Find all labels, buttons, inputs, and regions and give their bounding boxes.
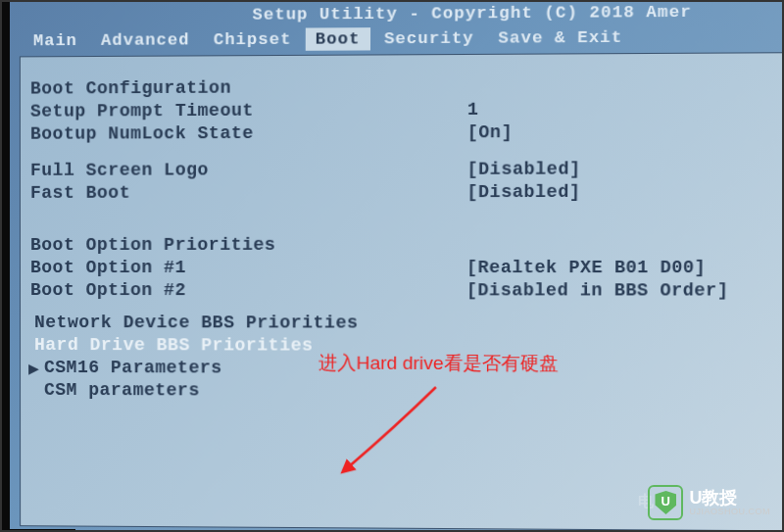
numlock-row[interactable]: Bootup NumLock State [On] [30, 121, 777, 144]
setup-prompt-label: Setup Prompt Timeout [30, 100, 467, 121]
menu-boot[interactable]: Boot [306, 27, 370, 51]
setup-prompt-row[interactable]: Setup Prompt Timeout 1 [30, 98, 777, 121]
fast-boot-value: [Disabled] [466, 182, 580, 203]
fast-boot-label: Fast Boot [30, 182, 467, 203]
top-menu-bar: Main Advanced Chipset Boot Security Save… [20, 25, 784, 53]
menu-main[interactable]: Main [24, 29, 87, 53]
network-bbs-item[interactable]: Network Device BBS Priorities [30, 313, 775, 333]
boot-option-2-label: Boot Option #2 [30, 280, 466, 300]
boot-option-2-row[interactable]: Boot Option #2 [Disabled in BBS Order] [30, 280, 775, 301]
boot-option-1-label: Boot Option #1 [30, 258, 466, 277]
csm16-label: CSM16 Parameters [34, 358, 222, 377]
menu-chipset[interactable]: Chipset [204, 28, 302, 52]
harddrive-bbs-label: Hard Drive BBS Priorities [34, 335, 313, 356]
csm-label: CSM parameters [34, 380, 200, 401]
watermark-shield-icon [648, 485, 683, 520]
boot-priorities-header: Boot Option Priorities [30, 234, 776, 255]
annotation-text: 进入Hard drive看是否有硬盘 [318, 351, 559, 377]
menu-security[interactable]: Security [374, 26, 484, 50]
watermark: U教授 UJIAOSHOU.COM [648, 485, 770, 520]
boot-option-1-value: [Realtek PXE B01 D00] [466, 258, 706, 277]
numlock-label: Bootup NumLock State [30, 122, 467, 144]
numlock-value: [On] [467, 122, 513, 142]
watermark-brand: U教授 [689, 489, 770, 507]
network-bbs-label: Network Device BBS Priorities [34, 313, 358, 333]
cursor-indicator-icon: ▶ [28, 358, 39, 379]
boot-option-1-row[interactable]: Boot Option #1 [Realtek PXE B01 D00] [30, 258, 776, 277]
setup-prompt-value: 1 [467, 100, 479, 120]
fullscreen-logo-row[interactable]: Full Screen Logo [Disabled] [30, 159, 777, 180]
bios-title: Setup Utility - Copyright (C) 2018 Amer [20, 2, 784, 25]
fullscreen-logo-value: [Disabled] [467, 159, 581, 179]
watermark-url: UJIAOSHOU.COM [689, 507, 770, 516]
boot-config-header: Boot Configuration [30, 75, 777, 99]
menu-save-exit[interactable]: Save & Exit [488, 25, 633, 49]
csm-item[interactable]: CSM parameters [30, 380, 774, 403]
bios-setup-screen: Setup Utility - Copyright (C) 2018 Amer … [10, 0, 784, 532]
boot-option-2-value: [Disabled in BBS Order] [466, 280, 729, 300]
menu-advanced[interactable]: Advanced [91, 28, 200, 52]
fullscreen-logo-label: Full Screen Logo [30, 160, 467, 180]
bios-content-pane: Boot Configuration Setup Prompt Timeout … [20, 52, 784, 531]
fast-boot-row[interactable]: Fast Boot [Disabled] [30, 181, 776, 203]
